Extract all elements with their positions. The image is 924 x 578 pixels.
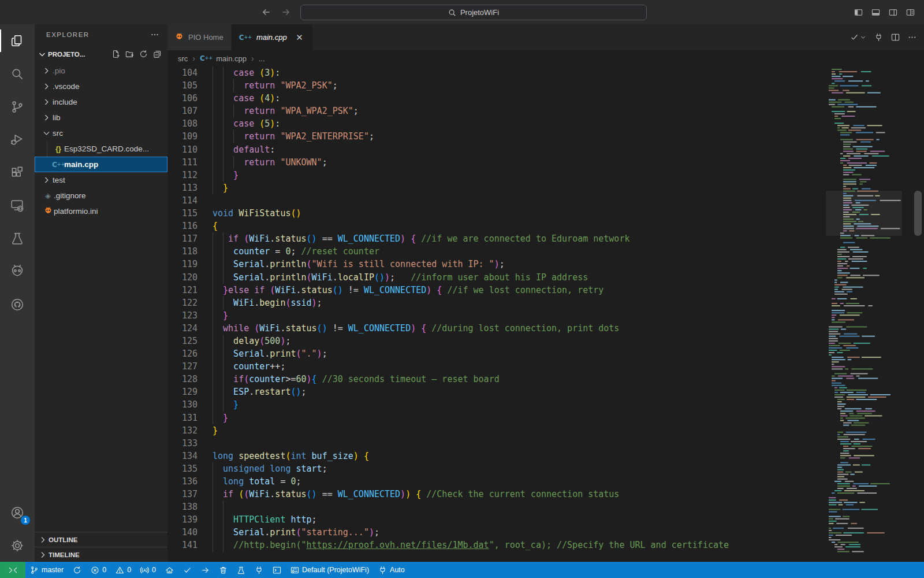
code-editor[interactable]: 104case (3):105return "WPA2_PSK";106case…	[167, 66, 924, 562]
code-line-106[interactable]: 106case (4):	[167, 92, 826, 105]
project-section-header[interactable]: PROJETO...	[35, 45, 167, 63]
code-line-124[interactable]: 124while (WiFi.status() != WL_CONNECTED)…	[167, 322, 826, 335]
status-pio-serial-monitor[interactable]	[250, 562, 268, 578]
breadcrumb-item--[interactable]: ...	[259, 54, 265, 63]
more-actions-button[interactable]	[908, 33, 916, 42]
collapse-all-icon[interactable]	[153, 50, 162, 58]
code-line-108[interactable]: 108case (5):	[167, 117, 826, 130]
status-pio-clean[interactable]	[214, 562, 232, 578]
activity-platformio[interactable]	[0, 255, 35, 288]
breadcrumb-item-src[interactable]: src	[178, 54, 188, 63]
tree-item--pio[interactable]: .pio	[35, 63, 167, 79]
explorer-more-actions-icon[interactable]	[150, 30, 159, 39]
code-line-117[interactable]: 117if (WiFi.status() == WL_CONNECTED) { …	[167, 232, 826, 245]
code-line-110[interactable]: 110default:	[167, 143, 826, 156]
activity-extensions[interactable]	[0, 156, 35, 189]
status-git-sync[interactable]	[68, 562, 86, 578]
code-line-137[interactable]: 137if ((WiFi.status() == WL_CONNECTED)) …	[167, 488, 826, 501]
timeline-panel-header[interactable]: TIMELINE	[35, 547, 167, 562]
code-line-109[interactable]: 109return "WPA2_ENTERPRISE";	[167, 130, 826, 143]
new-file-icon[interactable]	[111, 50, 120, 58]
code-line-121[interactable]: 121}else if (WiFi.status() != WL_CONNECT…	[167, 284, 826, 297]
code-line-105[interactable]: 105return "WPA2_PSK";	[167, 79, 826, 92]
tree-item-lib[interactable]: lib	[35, 110, 167, 125]
code-line-126[interactable]: 126Serial.print(".");	[167, 347, 826, 360]
code-line-131[interactable]: 131}	[167, 412, 826, 424]
code-line-107[interactable]: 107return "WPA_WPA2_PSK";	[167, 105, 826, 117]
code-line-111[interactable]: 111return "UNKOWN";	[167, 156, 826, 169]
status-pio-test[interactable]	[232, 562, 250, 578]
code-line-136[interactable]: 136long total = 0;	[167, 475, 826, 488]
tree-item-main-cpp[interactable]: C++main.cpp	[35, 157, 167, 172]
tab-pio-home[interactable]: PIO Home	[167, 24, 231, 50]
serial-monitor-plug-button[interactable]	[874, 33, 883, 42]
activity-remote-explorer[interactable]	[0, 189, 35, 222]
split-editor-button[interactable]	[891, 33, 900, 42]
code-line-133[interactable]: 133	[167, 437, 826, 450]
command-center-search[interactable]: ProjetoWiFi	[300, 5, 647, 20]
code-line-123[interactable]: 123}	[167, 309, 826, 322]
code-line-104[interactable]: 104case (3):	[167, 66, 826, 79]
activity-testing[interactable]	[0, 222, 35, 255]
back-arrow-icon[interactable]	[261, 7, 271, 17]
activity-run-debug[interactable]	[0, 123, 35, 156]
code-line-115[interactable]: 115void WiFiStatus()	[167, 207, 826, 220]
code-link[interactable]: https://proof.ovh.net/files/1Mb.dat	[307, 540, 489, 550]
layout-customize-icon[interactable]	[906, 8, 915, 17]
tree-item-platformio-ini[interactable]: platformio.ini	[35, 203, 167, 219]
activity-explorer[interactable]	[0, 24, 35, 57]
tree-item--vscode[interactable]: .vscode	[35, 79, 167, 94]
status-pio-env[interactable]: Default (ProjetoWiFi)	[286, 562, 374, 578]
code-line-138[interactable]: 138	[167, 501, 826, 513]
code-line-132[interactable]: 132}	[167, 424, 826, 437]
activity-accounts[interactable]: 1	[0, 496, 35, 529]
activity-search[interactable]	[0, 57, 35, 90]
code-line-112[interactable]: 112}	[167, 169, 826, 181]
code-line-141[interactable]: 141//http.begin("https://proof.ovh.net/f…	[167, 539, 826, 551]
tree-item-src[interactable]: src	[35, 125, 167, 141]
layout-panel-icon[interactable]	[871, 8, 880, 17]
code-line-135[interactable]: 135unsigned long start;	[167, 462, 826, 475]
code-line-113[interactable]: 113}	[167, 181, 826, 194]
code-line-129[interactable]: 129ESP.restart();	[167, 386, 826, 398]
code-line-125[interactable]: 125delay(500);	[167, 335, 826, 347]
tree-item-test[interactable]: test	[35, 172, 167, 188]
code-line-140[interactable]: 140Serial.print("starting...");	[167, 526, 826, 539]
refresh-icon[interactable]	[139, 50, 148, 58]
code-line-127[interactable]: 127counter++;	[167, 360, 826, 373]
close-icon[interactable]: ✕	[295, 32, 305, 43]
code-line-114[interactable]: 114	[167, 194, 826, 207]
status-problems-warnings[interactable]: 0	[111, 562, 136, 578]
status-git-branch[interactable]: master	[25, 562, 68, 578]
pio-build-check-button[interactable]	[850, 33, 866, 42]
code-line-139[interactable]: 139HTTPClient http;	[167, 513, 826, 526]
code-line-128[interactable]: 128if(counter>=60){ //30 seconds timeout…	[167, 373, 826, 386]
minimap[interactable]	[826, 66, 902, 562]
activity-source-control[interactable]	[0, 90, 35, 123]
status-pio-remote[interactable]: A0	[136, 562, 161, 578]
code-line-122[interactable]: 122WiFi.begin(ssid);	[167, 297, 826, 309]
code-line-134[interactable]: 134long speedtest(int buf_size) {	[167, 450, 826, 462]
status-pio-terminal[interactable]	[268, 562, 286, 578]
tab-main-cpp[interactable]: C++main.cpp✕	[232, 24, 312, 50]
forward-arrow-icon[interactable]	[281, 7, 291, 17]
status-pio-home[interactable]	[161, 562, 178, 578]
activity-github[interactable]	[0, 288, 35, 321]
status-pio-port[interactable]: Auto	[374, 562, 409, 578]
status-pio-build[interactable]	[178, 562, 196, 578]
code-line-120[interactable]: 120Serial.println(WiFi.localIP()); //inf…	[167, 271, 826, 284]
new-folder-icon[interactable]	[125, 50, 134, 58]
tree-item-include[interactable]: include	[35, 94, 167, 110]
code-line-116[interactable]: 116{	[167, 220, 826, 232]
layout-sidebar-left-icon[interactable]	[854, 8, 863, 17]
status-problems-errors[interactable]: 0	[86, 562, 111, 578]
status-remote-indicator[interactable]	[0, 562, 25, 578]
code-line-119[interactable]: 119Serial.println("Wifi is still connect…	[167, 258, 826, 271]
breadcrumb-item-main-cpp[interactable]: C++main.cpp	[200, 54, 247, 63]
code-line-130[interactable]: 130}	[167, 398, 826, 411]
tree-item--gitignore[interactable]: ◈.gitignore	[35, 188, 167, 203]
activity-settings[interactable]	[0, 529, 35, 562]
outline-panel-header[interactable]: OUTLINE	[35, 532, 167, 547]
vertical-scrollbar[interactable]	[914, 191, 922, 236]
code-line-118[interactable]: 118counter = 0; //reset counter	[167, 245, 826, 258]
